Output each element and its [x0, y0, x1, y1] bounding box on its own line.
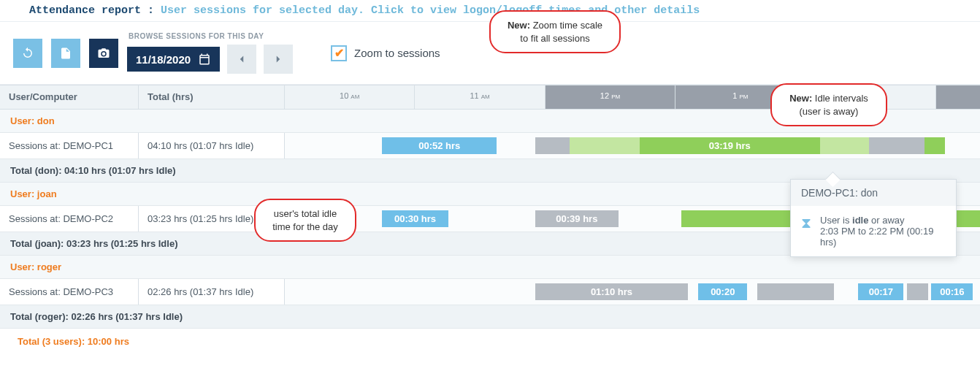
refresh-button[interactable] [13, 39, 42, 68]
session-total: 04:10 hrs (01:07 hrs Idle) [139, 133, 285, 158]
check-icon: ✔ [331, 45, 347, 61]
tooltip-line2: 2:03 PM to 2:22 PM (00:19 hrs) [820, 226, 946, 248]
time-cell: 10 AM [285, 85, 415, 109]
session-row: Sessions at: DEMO-PC302:26 hrs (01:37 hr… [0, 279, 980, 305]
session-computer: Sessions at: DEMO-PC1 [0, 133, 139, 158]
session-segment[interactable] [907, 283, 928, 300]
col-header-total: Total (hrs) [139, 85, 285, 109]
group-total: Total (roger): 02:26 hrs (01:37 hrs Idle… [0, 305, 980, 329]
session-track: 01:10 hrs00:2000:1700:16 [285, 279, 980, 305]
session-segment[interactable]: 00:39 hrs [535, 210, 619, 227]
session-segment[interactable] [869, 137, 925, 154]
zoom-label: Zoom to sessions [354, 47, 440, 59]
calendar-icon [198, 53, 211, 66]
session-track: 00:52 hrs03:19 hrs [285, 133, 980, 158]
title-desc: User sessions for selected day. Click to… [161, 4, 700, 17]
date-block: BROWSE SESSIONS FOR THIS DAY 11/18/2020 [127, 32, 293, 74]
chevron-right-icon [272, 53, 285, 66]
callout-zoom-sessions: New: Zoom time scale to fit all sessions [489, 10, 621, 53]
title-label: Attendance report : [29, 4, 154, 17]
grand-total: Total (3 users): 10:00 hrs [0, 329, 980, 354]
group-user-header[interactable]: User: roger [0, 256, 980, 279]
screenshot-button[interactable] [89, 39, 118, 68]
col-header-user: User/Computer [0, 85, 139, 109]
date-prev-button[interactable] [227, 45, 256, 74]
time-cell-stub [936, 85, 980, 109]
zoom-checkbox[interactable]: ✔ Zoom to sessions [331, 45, 440, 61]
date-next-button[interactable] [264, 45, 293, 74]
session-segment[interactable]: 00:17 [858, 283, 903, 300]
browse-caption: BROWSE SESSIONS FOR THIS DAY [127, 32, 293, 40]
hourglass-icon: ⧗ [801, 215, 811, 248]
session-segment[interactable]: 00:16 [931, 283, 973, 300]
callout-idle-intervals: New: Idle intervals (user is away) [770, 83, 887, 126]
chevron-left-icon [235, 53, 248, 66]
date-picker[interactable]: 11/18/2020 [127, 47, 220, 72]
session-computer: Sessions at: DEMO-PC2 [0, 206, 139, 232]
session-segment[interactable]: 00:30 hrs [382, 210, 448, 227]
idle-tooltip: DEMO-PC1: don ⧗ User is idle or away 2:0… [790, 179, 957, 257]
callout-user-idle: user's total idle time for the day [254, 199, 356, 242]
time-cell: 12 PM [545, 85, 675, 109]
date-value: 11/18/2020 [136, 53, 191, 66]
session-total: 02:26 hrs (01:37 hrs Idle) [139, 279, 285, 305]
tooltip-line1: User is idle or away [820, 215, 946, 226]
session-segment[interactable] [925, 137, 946, 154]
session-segment[interactable]: 00:20 [698, 283, 747, 300]
session-segment[interactable] [535, 137, 570, 154]
export-button[interactable] [51, 39, 80, 68]
session-segment[interactable]: 01:10 hrs [535, 283, 688, 300]
session-segment[interactable] [757, 283, 834, 300]
session-segment[interactable] [820, 137, 869, 154]
session-segment[interactable]: 03:19 hrs [640, 137, 821, 154]
session-segment[interactable]: 00:52 hrs [382, 137, 497, 154]
session-row: Sessions at: DEMO-PC104:10 hrs (01:07 hr… [0, 133, 980, 159]
page-title: Attendance report : User sessions for se… [0, 0, 980, 21]
session-segment[interactable] [570, 137, 639, 154]
time-cell: 11 AM [415, 85, 545, 109]
session-computer: Sessions at: DEMO-PC3 [0, 279, 139, 305]
tooltip-title: DEMO-PC1: don [791, 180, 956, 206]
